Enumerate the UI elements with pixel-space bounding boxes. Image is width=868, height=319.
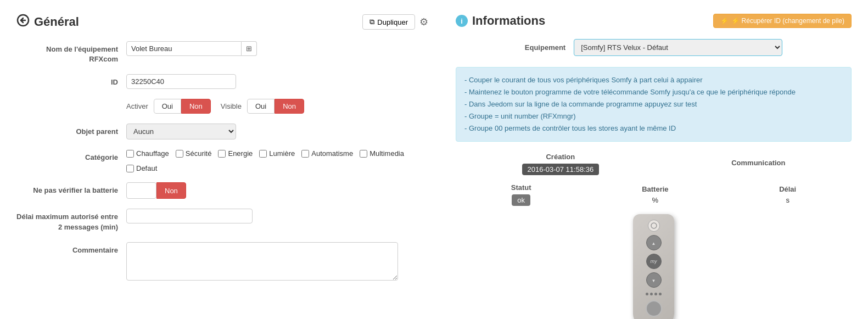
checkbox-securite[interactable] bbox=[176, 150, 183, 158]
batterie-label: Batterie bbox=[642, 185, 668, 193]
equipment-select[interactable]: [Somfy] RTS Velux - Défaut [Somfy] RTS -… bbox=[574, 39, 782, 56]
checkbox-lumiere[interactable] bbox=[259, 150, 267, 158]
activer-label-spacer bbox=[16, 99, 126, 102]
batterie-unit: % bbox=[652, 196, 659, 204]
info-line-4: - Groupe = unit number (RFXmngr) bbox=[464, 110, 843, 122]
statut-label: Statut bbox=[511, 183, 531, 192]
battery-toggle-wrap: Non bbox=[126, 182, 186, 199]
remote-up-button bbox=[646, 235, 662, 250]
copy-icon: ⧉ bbox=[369, 18, 374, 26]
visible-oui-button[interactable]: Oui bbox=[247, 99, 275, 114]
nom-input[interactable] bbox=[126, 41, 242, 56]
checkbox-chauffage[interactable] bbox=[126, 150, 134, 158]
activer-non-button[interactable]: Non bbox=[181, 99, 211, 114]
categorie-label: Catégorie bbox=[16, 149, 126, 163]
commentaire-textarea[interactable] bbox=[126, 242, 398, 281]
checkbox-automatisme[interactable] bbox=[301, 150, 309, 158]
communication-label: Communication bbox=[731, 159, 785, 167]
visible-non-button[interactable]: Non bbox=[275, 99, 304, 114]
equipment-label: Equipement bbox=[525, 43, 565, 52]
statut-value: ok bbox=[512, 194, 530, 206]
checkbox-defaut[interactable] bbox=[126, 165, 134, 172]
id-label: ID bbox=[16, 74, 126, 87]
duplicate-button[interactable]: ⧉ Dupliquer bbox=[362, 14, 415, 30]
info-line-3: - Dans Jeedom sur la ligne de la command… bbox=[464, 98, 843, 110]
battery-input[interactable] bbox=[126, 182, 156, 199]
info-line-1: - Couper le courant de tous vos périphér… bbox=[464, 74, 843, 86]
remote-my-button: my bbox=[646, 254, 662, 269]
categorie-checkbox-group: Chauffage Sécurité Energie Lumière Autom… bbox=[126, 149, 428, 172]
delay-label: Délai maximum autorisé entre 2 messages … bbox=[16, 209, 126, 232]
creation-label: Création bbox=[546, 153, 575, 161]
nom-label: Nom de l'équipement RFXcom bbox=[16, 41, 126, 64]
recover-id-button[interactable]: ⚡ ⚡ Récupérer ID (changement de pile) bbox=[713, 14, 852, 28]
activer-text: Activer bbox=[126, 102, 148, 110]
delay-input[interactable] bbox=[126, 209, 253, 223]
objet-parent-label: Objet parent bbox=[16, 124, 126, 137]
id-input[interactable] bbox=[126, 74, 236, 89]
info-box: - Couper le courant de tous vos périphér… bbox=[456, 67, 852, 142]
remote-bottom-button bbox=[646, 300, 662, 317]
creation-value: 2016-03-07 11:58:36 bbox=[522, 164, 600, 175]
lightning-icon: ⚡ bbox=[720, 17, 729, 25]
remote-image: my bbox=[456, 214, 852, 319]
visible-text: Visible bbox=[221, 102, 242, 110]
delai-label: Délai bbox=[779, 185, 796, 193]
battery-label: Ne pas vérifier la batterie bbox=[16, 182, 126, 195]
right-section-title: Informations bbox=[472, 14, 545, 28]
checkbox-multimedia[interactable] bbox=[360, 150, 367, 158]
info-line-5: - Groupe 00 permets de contrôler tous le… bbox=[464, 122, 843, 135]
info-icon: i bbox=[456, 15, 468, 27]
objet-parent-select[interactable]: Aucun bbox=[126, 124, 236, 139]
back-icon[interactable] bbox=[16, 14, 30, 30]
commentaire-label: Commentaire bbox=[16, 242, 126, 255]
activer-oui-button[interactable]: Oui bbox=[154, 99, 181, 114]
delai-unit: s bbox=[786, 196, 789, 204]
remote-down-button bbox=[646, 272, 662, 288]
svg-point-2 bbox=[651, 223, 657, 228]
info-line-2: - Maintenez le bouton programme de votre… bbox=[464, 86, 843, 98]
activer-toggle-group: Oui Non bbox=[154, 99, 211, 114]
left-section-title: Général bbox=[34, 15, 79, 29]
checkbox-energie[interactable] bbox=[218, 150, 226, 158]
copy-name-button[interactable]: ⊞ bbox=[242, 41, 257, 56]
settings-icon-button[interactable]: ⚙ bbox=[419, 16, 428, 28]
battery-non-button[interactable]: Non bbox=[156, 182, 186, 199]
visible-toggle-group: Oui Non bbox=[247, 99, 304, 114]
